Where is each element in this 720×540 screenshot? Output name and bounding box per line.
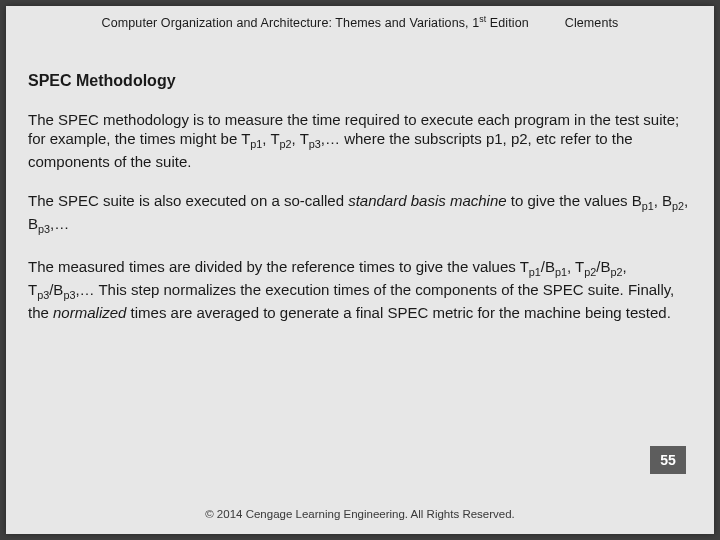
header-line: Computer Organization and Architecture: … <box>28 14 692 30</box>
p3-sub-1: p1 <box>529 266 541 278</box>
slide: Computer Organization and Architecture: … <box>6 6 714 534</box>
p2-sub-2: p2 <box>672 200 684 212</box>
p3-sub-3: p2 <box>584 266 596 278</box>
section-title: SPEC Methodology <box>28 72 692 90</box>
p2-sub-3: p3 <box>38 223 50 235</box>
p3-text-f: /B <box>49 281 63 298</box>
copyright-footer: © 2014 Cengage Learning Engineering. All… <box>6 508 714 520</box>
p3-sub-4: p2 <box>610 266 622 278</box>
p3-sub-2: p1 <box>555 266 567 278</box>
author-name: Clements <box>565 16 619 30</box>
p3-emph: normalized <box>53 304 126 321</box>
p2-text-c: , B <box>654 192 672 209</box>
p1-sub-2: p2 <box>280 138 292 150</box>
page-number: 55 <box>660 452 676 468</box>
p2-emph: standard basis machine <box>348 192 506 209</box>
page-number-badge: 55 <box>650 446 686 474</box>
paragraph-2: The SPEC suite is also executed on a so-… <box>28 191 692 237</box>
book-title-prefix: Computer Organization and Architecture: … <box>102 16 480 30</box>
p3-sub-5: p3 <box>37 289 49 301</box>
p3-text-d: /B <box>596 258 610 275</box>
p2-text-b: to give the values B <box>507 192 642 209</box>
p1-sub-3: p3 <box>309 138 321 150</box>
p2-sub-1: p1 <box>642 200 654 212</box>
p3-text-c: , T <box>567 258 584 275</box>
p3-sub-6: p3 <box>63 289 75 301</box>
p3-text-b: /B <box>541 258 555 275</box>
paragraph-3: The measured times are divided by the re… <box>28 257 692 322</box>
p2-text-e: ,… <box>50 215 69 232</box>
p1-sub-1: p1 <box>250 138 262 150</box>
p3-text-h: times are averaged to generate a final S… <box>126 304 670 321</box>
p1-text-c: , T <box>292 130 309 147</box>
book-title-suffix: Edition <box>486 16 529 30</box>
p1-text-b: , T <box>262 130 279 147</box>
paragraph-1: The SPEC methodology is to measure the t… <box>28 110 692 171</box>
p3-text-a: The measured times are divided by the re… <box>28 258 529 275</box>
p2-text-a: The SPEC suite is also executed on a so-… <box>28 192 348 209</box>
